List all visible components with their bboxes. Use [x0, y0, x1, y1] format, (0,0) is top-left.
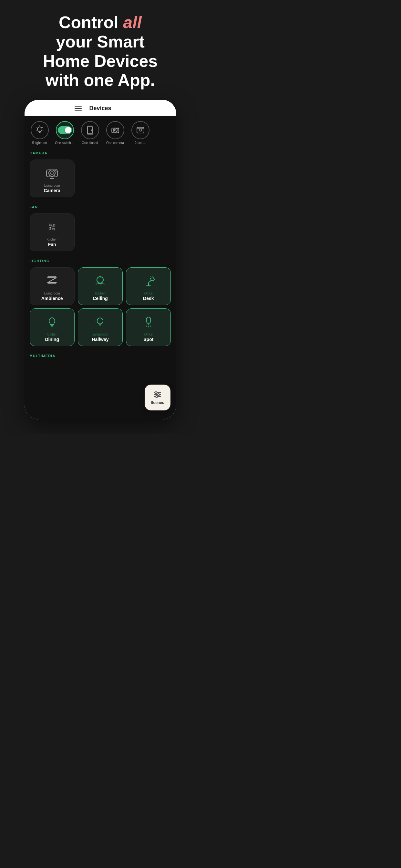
filter-door-label: One closed — [82, 141, 98, 145]
svg-line-28 — [96, 284, 97, 285]
multimedia-label: MULTIMEDIA — [30, 354, 171, 358]
device-dining-name: Dining — [45, 337, 59, 342]
svg-line-55 — [150, 326, 151, 327]
lighting-grid: Livingroom Ambience — [25, 268, 176, 350]
device-dining-room: Kitchen — [47, 333, 57, 336]
fan-label: FAN — [30, 205, 171, 209]
fan-grid: Kitchen Fan — [25, 213, 176, 255]
category-fan: FAN — [25, 201, 176, 213]
category-multimedia: MULTIMEDIA — [25, 350, 176, 387]
hero-section: Control all your Smart Home Devices with… — [30, 0, 171, 100]
filter-lights[interactable]: 5 lights on — [28, 121, 51, 145]
svg-point-16 — [51, 172, 53, 175]
camera-grid: Livingroom Camera — [25, 159, 176, 201]
svg-point-61 — [156, 396, 158, 398]
device-camera-room: Livingroom — [44, 184, 60, 187]
svg-line-31 — [149, 281, 151, 283]
svg-line-43 — [103, 318, 104, 318]
device-spot-name: Spot — [143, 337, 153, 342]
device-dining[interactable]: Kitchen Dining — [30, 308, 74, 346]
filter-switch-label: One switch ... — [55, 141, 74, 145]
svg-point-22 — [51, 226, 53, 228]
svg-point-32 — [150, 278, 154, 281]
device-ambience-room: Livingroom — [44, 291, 60, 295]
hero-all: all — [123, 13, 142, 32]
svg-point-15 — [49, 170, 55, 176]
svg-line-2 — [42, 127, 43, 128]
device-fan-name: Fan — [48, 242, 56, 247]
svg-line-29 — [103, 284, 104, 285]
device-desk[interactable]: Office Desk — [126, 268, 171, 305]
lighting-label: LIGHTING — [30, 259, 171, 263]
device-desk-room: Office — [144, 291, 153, 295]
device-desk-name: Desk — [143, 296, 154, 301]
scenes-button[interactable]: Scenes — [145, 384, 171, 410]
filter-row: 5 lights on One switch ... — [25, 116, 176, 147]
hero-control: Control — [59, 13, 123, 32]
device-ceiling-name: Ceiling — [93, 296, 108, 301]
app-header: Devices — [25, 100, 176, 116]
filter-camera[interactable]: One camera — [104, 121, 127, 145]
device-camera-livingroom[interactable]: Livingroom Camera — [30, 159, 74, 197]
camera-label: CAMERA — [30, 151, 171, 155]
phone-frame: Devices — [25, 100, 176, 420]
device-ceiling[interactable]: Kitchen Ceiling — [78, 268, 123, 305]
device-fan-kitchen[interactable]: Kitchen Fan — [30, 213, 74, 251]
svg-line-54 — [146, 326, 147, 327]
category-camera: CAMERA — [25, 147, 176, 159]
menu-button[interactable] — [74, 106, 84, 111]
filter-switch[interactable]: One switch ... — [54, 121, 76, 145]
filter-lights-label: 5 lights on — [32, 141, 47, 145]
scenes-fab-label: Scenes — [150, 400, 164, 405]
svg-point-59 — [155, 392, 157, 394]
hero-line2: your Smart — [43, 32, 158, 52]
device-spot-room: Office — [144, 333, 153, 336]
svg-rect-13 — [137, 127, 144, 133]
page-title: Devices — [89, 105, 111, 112]
device-hallway-name: Hallway — [92, 337, 109, 342]
phone-content[interactable]: 5 lights on One switch ... — [25, 116, 176, 420]
svg-line-33 — [150, 276, 151, 278]
device-ceiling-room: Kitchen — [95, 291, 105, 295]
device-hallway-room: Livingroom — [92, 333, 108, 336]
filter-other[interactable]: 2 are ... — [129, 121, 152, 145]
svg-point-10 — [114, 129, 116, 131]
svg-point-0 — [37, 127, 42, 131]
device-spot[interactable]: Office Spot — [126, 308, 171, 346]
svg-point-41 — [97, 318, 103, 324]
svg-point-8 — [91, 129, 92, 131]
svg-point-14 — [139, 129, 142, 131]
hero-line3: Home Devices — [43, 52, 158, 71]
filter-other-label: 2 are ... — [135, 141, 146, 145]
svg-point-60 — [158, 394, 159, 396]
device-ambience[interactable]: Livingroom Ambience — [30, 268, 74, 305]
filter-door[interactable]: One closed — [79, 121, 101, 145]
hero-line4: with one App. — [43, 71, 158, 90]
device-ambience-name: Ambience — [41, 296, 63, 301]
svg-line-3 — [36, 127, 37, 128]
svg-line-34 — [153, 277, 154, 278]
category-lighting: LIGHTING — [25, 255, 176, 268]
filter-camera-label: One camera — [106, 141, 124, 145]
device-fan-room: Kitchen — [47, 238, 57, 241]
svg-line-44 — [97, 318, 97, 318]
device-hallway[interactable]: Livingroom Hallway — [78, 308, 123, 346]
device-camera-name: Camera — [43, 188, 60, 193]
svg-point-9 — [113, 128, 117, 132]
